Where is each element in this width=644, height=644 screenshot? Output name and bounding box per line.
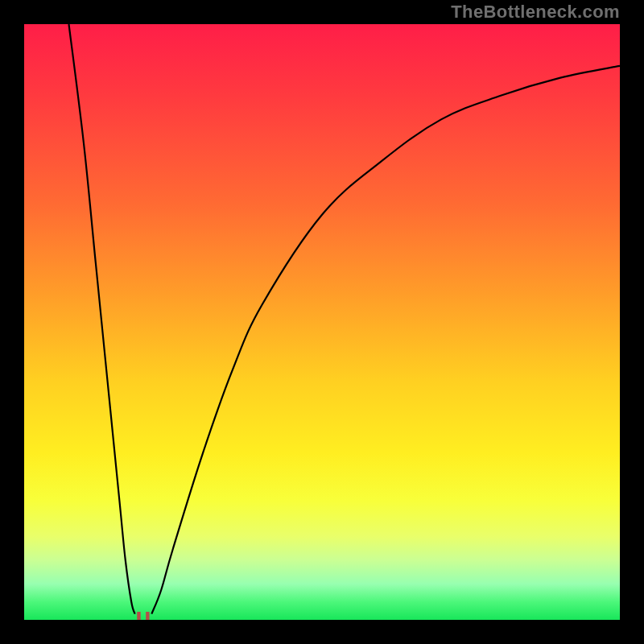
attribution-text: TheBottleneck.com [451,2,620,23]
marker-icon: u [135,604,151,620]
plot-area: u [24,24,620,620]
chart-root: { "attribution": "TheBottleneck.com", "m… [0,0,644,644]
bottleneck-curve [24,24,620,620]
